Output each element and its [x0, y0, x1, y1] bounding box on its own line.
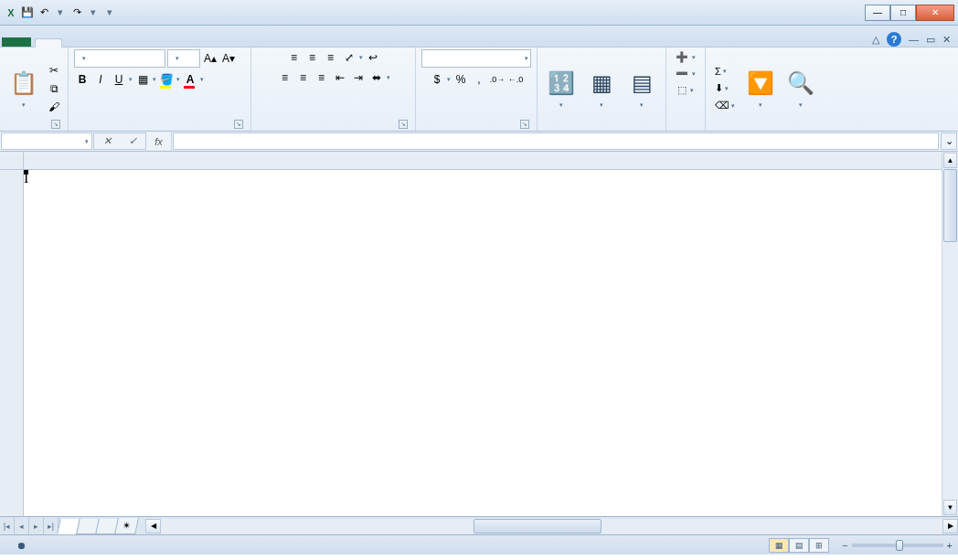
align-top-icon[interactable]: ≡: [286, 49, 303, 66]
scroll-thumb[interactable]: [943, 169, 957, 242]
chevron-down-icon[interactable]: ▾: [153, 76, 156, 83]
chevron-down-icon[interactable]: ▾: [387, 74, 390, 81]
tab-home[interactable]: [35, 38, 62, 48]
scroll-track[interactable]: [161, 519, 942, 534]
number-format-combo[interactable]: ▾: [421, 49, 531, 68]
dialog-launcher-icon[interactable]: ↘: [520, 120, 529, 129]
redo-icon[interactable]: ↷: [69, 5, 84, 20]
minimize-ribbon-icon[interactable]: △: [872, 34, 879, 46]
percent-icon[interactable]: %: [452, 71, 469, 88]
italic-icon[interactable]: I: [92, 71, 109, 88]
chevron-down-icon[interactable]: ▾: [129, 76, 133, 83]
chevron-down-icon[interactable]: ▾: [359, 54, 363, 61]
increase-font-icon[interactable]: A▴: [202, 50, 218, 67]
minimize-button[interactable]: —: [865, 5, 890, 21]
window-restore-icon[interactable]: ▭: [926, 34, 935, 46]
cell-styles-button[interactable]: ▤▾: [623, 67, 660, 111]
maximize-button[interactable]: □: [890, 5, 916, 21]
bold-icon[interactable]: B: [74, 71, 90, 88]
redo-dropdown-icon[interactable]: ▾: [86, 5, 101, 20]
tab-data[interactable]: [139, 39, 165, 47]
clear-button[interactable]: ⌫▾: [711, 98, 739, 113]
fx-icon[interactable]: fx: [146, 132, 172, 151]
zoom-out-button[interactable]: −: [842, 540, 847, 551]
comma-icon[interactable]: ,: [471, 71, 487, 88]
close-button[interactable]: ✕: [916, 5, 954, 21]
paste-button[interactable]: 📋 ▾: [5, 67, 42, 111]
tab-formulas[interactable]: [113, 39, 139, 47]
tab-insert[interactable]: [62, 39, 88, 47]
font-size-combo[interactable]: ▾: [167, 49, 200, 68]
fill-color-icon[interactable]: 🪣: [158, 71, 175, 88]
qat-customize-icon[interactable]: ▾: [102, 5, 117, 20]
name-box[interactable]: ▾: [1, 132, 92, 150]
page-layout-view-button[interactable]: ▤: [789, 538, 809, 553]
first-sheet-icon[interactable]: |◂: [0, 517, 15, 534]
macro-record-icon[interactable]: ⏺: [16, 540, 27, 551]
window-min-icon[interactable]: —: [909, 34, 919, 45]
wrap-text-icon[interactable]: ↩: [365, 49, 381, 66]
align-right-icon[interactable]: ≡: [314, 69, 330, 86]
dialog-launcher-icon[interactable]: ↘: [399, 120, 408, 129]
tab-view[interactable]: [190, 39, 216, 47]
sort-filter-button[interactable]: 🔽▾: [742, 67, 779, 111]
scroll-left-icon[interactable]: ◀: [145, 519, 161, 534]
fill-button[interactable]: ⬇▾: [711, 80, 739, 96]
scroll-thumb[interactable]: [474, 519, 601, 534]
font-color-icon[interactable]: A: [182, 71, 198, 88]
conditional-formatting-button[interactable]: 🔢▾: [543, 67, 580, 111]
chevron-down-icon[interactable]: ▾: [82, 138, 91, 145]
undo-dropdown-icon[interactable]: ▾: [53, 5, 68, 20]
tab-file[interactable]: [2, 37, 31, 47]
align-left-icon[interactable]: ≡: [277, 69, 293, 86]
next-sheet-icon[interactable]: ▸: [29, 517, 44, 534]
normal-view-button[interactable]: ▦: [769, 538, 789, 553]
align-bottom-icon[interactable]: ≡: [323, 49, 339, 66]
autosum-button[interactable]: Σ▾: [711, 64, 739, 79]
prev-sheet-icon[interactable]: ◂: [15, 517, 29, 534]
find-select-button[interactable]: 🔍▾: [782, 67, 819, 111]
chevron-down-icon[interactable]: ▾: [200, 76, 204, 83]
scroll-down-icon[interactable]: ▼: [943, 500, 957, 515]
expand-formula-bar-icon[interactable]: ⌄: [941, 132, 957, 150]
decrease-decimal-icon[interactable]: ←.0: [507, 71, 524, 88]
help-icon[interactable]: ?: [887, 32, 901, 47]
window-close-icon[interactable]: ✕: [942, 34, 951, 46]
align-middle-icon[interactable]: ≡: [304, 49, 321, 66]
name-box-input[interactable]: [2, 136, 68, 147]
select-all-corner[interactable]: [0, 152, 23, 170]
zoom-slider[interactable]: [852, 544, 943, 547]
border-icon[interactable]: ▦: [134, 71, 151, 88]
formula-bar[interactable]: [173, 132, 939, 150]
tab-review[interactable]: [165, 39, 190, 47]
save-icon[interactable]: 💾: [20, 5, 35, 20]
scroll-track[interactable]: [943, 169, 957, 499]
decrease-indent-icon[interactable]: ⇤: [332, 69, 348, 86]
insert-cells-button[interactable]: ➕▾: [672, 49, 699, 65]
decrease-font-icon[interactable]: A▾: [220, 50, 237, 67]
scroll-right-icon[interactable]: ▶: [942, 519, 958, 534]
underline-icon[interactable]: U: [111, 71, 127, 88]
increase-indent-icon[interactable]: ⇥: [350, 69, 367, 86]
page-break-view-button[interactable]: ⊞: [809, 538, 829, 553]
format-cells-button[interactable]: ⬚▾: [674, 82, 697, 98]
tab-page-layout[interactable]: [88, 39, 113, 47]
vertical-scrollbar[interactable]: ▲ ▼: [942, 152, 958, 516]
font-name-combo[interactable]: ▾: [74, 49, 165, 68]
chevron-down-icon[interactable]: ▾: [447, 76, 451, 83]
tab-acrobat[interactable]: [216, 39, 241, 47]
orientation-icon[interactable]: ⤢: [341, 49, 357, 66]
chevron-down-icon[interactable]: ▾: [176, 76, 180, 83]
delete-cells-button[interactable]: ➖▾: [672, 66, 699, 81]
merge-center-icon[interactable]: ⬌: [368, 69, 385, 86]
new-sheet-button[interactable]: ✴: [114, 518, 139, 534]
format-painter-icon[interactable]: 🖌: [46, 99, 62, 115]
zoom-knob[interactable]: [896, 540, 903, 551]
cut-icon[interactable]: ✂: [46, 62, 62, 79]
scroll-up-icon[interactable]: ▲: [943, 153, 957, 168]
dialog-launcher-icon[interactable]: ↘: [51, 120, 60, 129]
dialog-launcher-icon[interactable]: ↘: [234, 120, 243, 129]
undo-icon[interactable]: ↶: [37, 5, 51, 20]
increase-decimal-icon[interactable]: .0→: [489, 71, 506, 88]
zoom-in-button[interactable]: +: [947, 540, 953, 551]
